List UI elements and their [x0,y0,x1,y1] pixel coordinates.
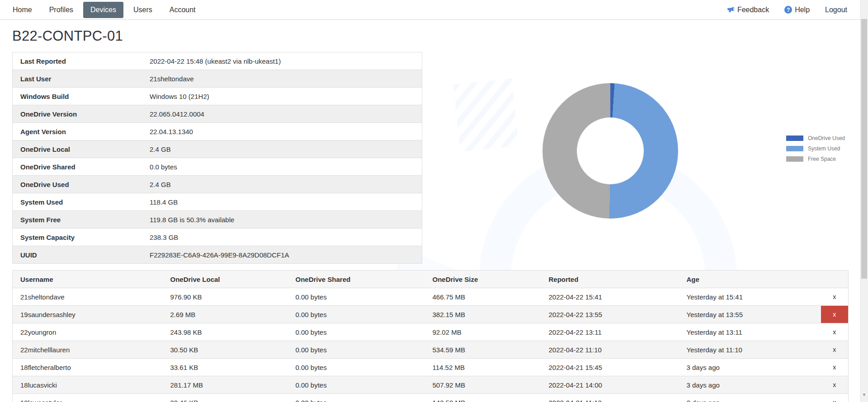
scrollbar[interactable]: ▼ [860,0,868,402]
username-cell: 22mitchelllauren [13,341,163,359]
nav-tabs: Home Profiles Devices Users Account [5,2,203,18]
onedrive-local-cell: 30.50 KB [163,341,288,359]
details-value: F229283E-C6A9-426A-99E9-8A29D08DCF1A [150,246,422,264]
details-label: Windows Build [13,88,150,105]
nav-item-profiles[interactable]: Profiles [42,2,80,18]
help-icon: ? [784,6,792,14]
details-value: 238.3 GB [150,229,422,246]
details-row: OneDrive Shared0.0 bytes [13,158,422,176]
details-row: Windows BuildWindows 10 (21H2) [13,88,422,105]
actions-cell: x [821,323,849,341]
megaphone-icon [727,6,735,14]
details-value: 118.4 GB [150,193,422,211]
onedrive-size-cell: 466.75 MB [425,288,541,306]
details-row: System Used118.4 GB [13,193,422,211]
reported-cell: 2022-04-22 15:41 [541,288,679,306]
details-row: Last User21sheltondave [13,70,422,88]
reported-cell: 2022-04-21 15:45 [541,359,679,376]
username-cell: 21sheltondave [13,288,163,306]
table-row: 22mitchelllauren30.50 KB0.00 bytes534.59… [13,341,849,359]
logout-link[interactable]: Logout [825,6,847,14]
details-row: OneDrive Local2.4 GB [13,140,422,158]
legend-item-onedrive-used: OneDrive Used [786,135,845,141]
table-row: 18fletcheralberto33.61 KB0.00 bytes114.5… [13,359,849,376]
username-cell: 19saundersashley [13,306,163,323]
help-label: Help [795,6,810,14]
chart-legend: OneDrive Used System Used Free Space [786,135,845,162]
reported-cell: 2022-04-22 13:11 [541,323,679,341]
details-value: 2022-04-22 15:48 (ukeast2 via nlb-ukeast… [150,52,422,70]
scrollbar-thumb[interactable] [861,19,867,279]
delete-user-button[interactable]: x [821,323,849,341]
column-header-onedrive-size: OneDrive Size [425,271,541,288]
delete-user-button[interactable]: x [821,341,849,358]
scrollbar-down-arrow-icon[interactable]: ▼ [862,393,866,397]
details-value: 22.04.13.1340 [150,123,422,140]
details-label: Agent Version [13,123,150,140]
actions-cell: x [821,341,849,359]
nav-item-users[interactable]: Users [126,2,160,18]
details-label: OneDrive Used [13,176,150,193]
details-label: System Free [13,211,150,229]
details-value: 21sheltondave [150,70,422,88]
legend-label: OneDrive Used [808,135,845,141]
actions-cell: x [821,288,849,306]
help-link[interactable]: ? Help [784,6,810,14]
details-label: System Capacity [13,229,150,246]
details-row: Last Reported2022-04-22 15:48 (ukeast2 v… [13,52,422,70]
page-title: B22-CONTPC-01 [12,28,123,44]
delete-user-button[interactable]: x [821,288,849,305]
nav-utility: Feedback ? Help Logout [727,6,847,14]
actions-cell: x [821,394,849,402]
onedrive-size-cell: 143.58 MB [425,394,541,402]
nav-item-account[interactable]: Account [162,2,203,18]
table-row: 18lucasvicki281.17 MB0.00 bytes507.92 MB… [13,376,849,394]
details-value: 22.065.0412.0004 [150,105,422,123]
age-cell: Yesterday at 13:55 [679,306,821,323]
watermark-stripes [453,79,519,152]
table-row: 22youngron243.98 KB0.00 bytes92.02 MB202… [13,323,849,341]
username-cell: 18lawsontyler [13,394,163,402]
username-cell: 18fletcheralberto [13,359,163,376]
details-value: 2.4 GB [150,176,422,193]
onedrive-local-cell: 281.17 MB [163,376,288,394]
onedrive-local-cell: 976.90 KB [163,288,288,306]
details-row: OneDrive Version22.065.0412.0004 [13,105,422,123]
actions-cell: x [821,306,849,323]
table-row: 19saundersashley2.69 MB0.00 bytes382.15 … [13,306,849,323]
delete-user-button[interactable]: x [821,376,849,393]
age-cell: 3 days ago [679,359,821,376]
legend-label: Free Space [808,156,836,162]
legend-item-free-space: Free Space [786,156,845,162]
onedrive-shared-cell: 0.00 bytes [288,394,425,402]
onedrive-size-cell: 534.59 MB [425,341,541,359]
age-cell: Yesterday at 15:41 [679,288,821,306]
legend-item-system-used: System Used [786,145,845,152]
onedrive-local-cell: 243.98 KB [163,323,288,341]
onedrive-shared-cell: 0.00 bytes [288,376,425,394]
delete-user-button[interactable]: x [821,306,849,323]
details-value: 119.8 GB is 50.3% available [150,211,422,229]
delete-user-button[interactable]: x [821,359,849,376]
storage-chart [542,83,678,219]
details-row: OneDrive Used2.4 GB [13,176,422,193]
onedrive-local-cell: 20.46 KB [163,394,288,402]
nav-item-home[interactable]: Home [5,2,39,18]
feedback-link[interactable]: Feedback [727,6,769,14]
details-value: Windows 10 (21H2) [150,88,422,105]
actions-cell: x [821,359,849,376]
legend-swatch-onedrive-used [786,136,803,141]
reported-cell: 2022-04-21 11:13 [541,394,679,402]
column-header-onedrive-local: OneDrive Local [163,271,288,288]
details-value: 2.4 GB [150,140,422,158]
user-table-header-row: Username OneDrive Local OneDrive Shared … [13,271,849,288]
onedrive-shared-cell: 0.00 bytes [288,359,425,376]
details-table-body: Last Reported2022-04-22 15:48 (ukeast2 v… [13,52,422,264]
nav-item-devices[interactable]: Devices [83,2,123,18]
details-row: Agent Version22.04.13.1340 [13,123,422,140]
onedrive-shared-cell: 0.00 bytes [288,288,425,306]
top-navbar: Home Profiles Devices Users Account Feed… [0,0,868,20]
delete-user-button[interactable]: x [821,394,849,402]
onedrive-local-cell: 2.69 MB [163,306,288,323]
onedrive-size-cell: 382.15 MB [425,306,541,323]
